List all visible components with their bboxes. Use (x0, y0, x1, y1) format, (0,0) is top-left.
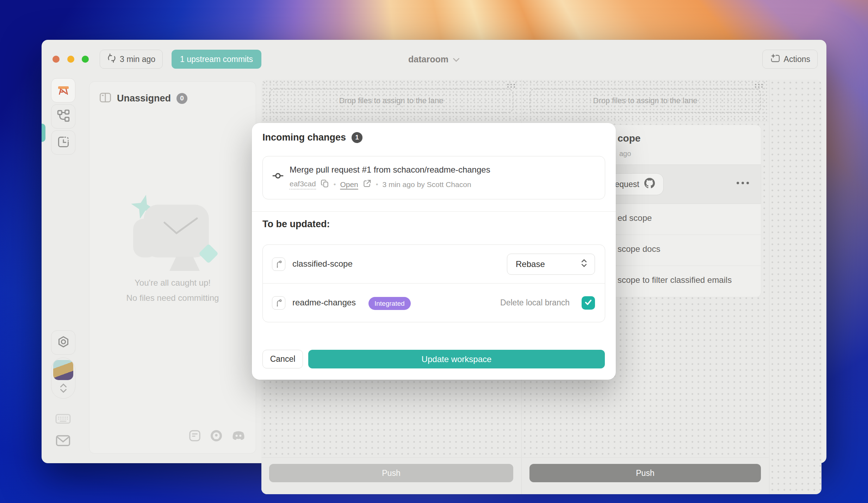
pr-state-link[interactable]: Open (340, 180, 358, 189)
external-link-icon[interactable] (362, 179, 372, 190)
panel-title: Unassigned (117, 93, 171, 104)
unassigned-count-badge: 0 (176, 93, 187, 104)
upstream-commits-badge[interactable]: 1 upstream commits (172, 50, 261, 69)
lane-2-push-button[interactable]: Push (529, 464, 761, 482)
sync-button[interactable]: 3 min ago (100, 50, 163, 69)
sync-label: 3 min ago (120, 55, 155, 64)
lane-2-assign-strip: Drop files to assign to the lane (522, 80, 769, 122)
branch-update-row: classified-scope Rebase (263, 245, 605, 284)
settings-button[interactable] (51, 330, 75, 355)
update-workspace-button[interactable]: Update workspace (308, 350, 605, 368)
commit-sha[interactable]: eaf3cad (290, 180, 316, 190)
refresh-icon (107, 54, 116, 65)
branches-to-update-list: classified-scope Rebase (262, 244, 605, 322)
delete-local-branch-checkbox[interactable] (582, 296, 595, 310)
sparkle-box-icon (770, 53, 780, 66)
discord-icon[interactable] (231, 430, 246, 443)
github-icon (644, 178, 655, 191)
branch-update-row: readme-changes Integrated Delete local b… (263, 284, 605, 322)
illustration-stand (169, 257, 200, 271)
cancel-button[interactable]: Cancel (262, 350, 303, 368)
branch-card-title: cope (618, 133, 640, 144)
lane-1-assign-strip: Drop files to assign to the lane (261, 80, 521, 122)
branch-card-meta: ago (619, 150, 631, 158)
empty-state-title: You're all caught up! (89, 278, 256, 288)
keyboard-shortcuts-button[interactable] (55, 412, 71, 427)
sidebar-item-workspace[interactable] (51, 78, 75, 103)
avatar (53, 360, 73, 380)
open-source-icon[interactable] (210, 429, 223, 444)
rebase-select[interactable]: Rebase (507, 254, 595, 275)
chevron-up-down-icon (59, 383, 68, 395)
lane-1-push-button[interactable]: Push (269, 464, 513, 482)
chevron-down-icon (453, 54, 460, 64)
history-clock-icon (57, 135, 70, 150)
sidebar-item-branches[interactable] (51, 104, 75, 129)
unassigned-panel: Unassigned 0 You're all caught up! No fi… (89, 81, 256, 454)
lane-1-dropzone[interactable]: Drop files to assign to the lane (269, 89, 513, 113)
branch-icon (272, 257, 285, 271)
mail-icon (55, 434, 71, 449)
empty-state-subtitle: No files need committing (89, 293, 256, 303)
integrated-badge: Integrated (368, 297, 411, 310)
account-switcher[interactable] (51, 358, 75, 399)
window-close-button[interactable] (52, 56, 60, 63)
feedback-mail-button[interactable] (55, 434, 71, 449)
desktop-wallpaper: 3 min ago 1 upstream commits dataroom Ac… (0, 0, 868, 503)
more-options-icon[interactable] (737, 182, 749, 184)
check-decoration (162, 216, 200, 239)
keyboard-icon (55, 412, 71, 427)
branch-icon (272, 296, 285, 310)
commit-icon (272, 170, 284, 183)
workbench-icon (56, 83, 70, 98)
delete-local-branch-label: Delete local branch (500, 298, 570, 308)
commit-meta: 3 min ago by Scott Chacon (382, 180, 471, 189)
commit-message: Merge pull request #1 from schacon/readm… (290, 165, 490, 175)
incoming-commit-card: Merge pull request #1 from schacon/readm… (262, 156, 605, 199)
lane-3 (769, 80, 822, 494)
modal-title: Incoming changes (262, 132, 346, 143)
split-panel-icon (99, 92, 111, 104)
copy-icon[interactable] (320, 179, 329, 190)
chevron-up-down-icon (581, 259, 588, 270)
gitbutler-window: 3 min ago 1 upstream commits dataroom Ac… (42, 40, 826, 463)
actions-button[interactable]: Actions (762, 50, 818, 69)
incoming-changes-modal: Incoming changes 1 Merge pull request #1… (252, 123, 616, 380)
incoming-count-badge: 1 (352, 132, 362, 143)
active-tab-indicator (42, 124, 45, 142)
project-switcher[interactable]: dataroom (408, 50, 460, 69)
check-icon (584, 298, 593, 308)
sidebar-item-history[interactable] (51, 130, 75, 155)
branch-name: classified-scope (292, 259, 353, 269)
project-name: dataroom (408, 54, 448, 64)
window-minimize-button[interactable] (67, 56, 74, 63)
section-heading: To be updated: (262, 219, 330, 230)
gear-icon (57, 335, 70, 350)
branch-name: readme-changes (292, 298, 356, 308)
branches-icon (57, 109, 70, 124)
changelog-icon[interactable] (188, 429, 201, 443)
window-zoom-button[interactable] (82, 56, 89, 63)
lane-2-dropzone[interactable]: Drop files to assign to the lane (529, 89, 761, 113)
